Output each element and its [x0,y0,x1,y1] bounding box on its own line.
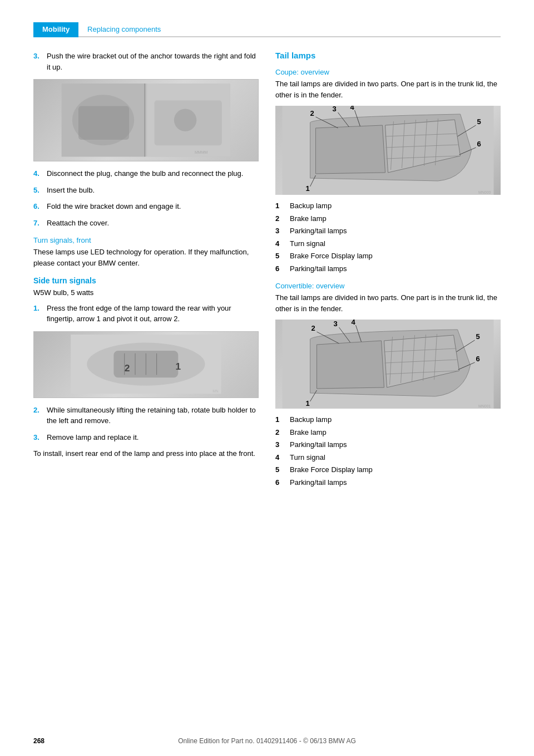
svg-text:5: 5 [476,332,480,341]
coupe-lamp-list: 1 Backup lamp 2 Brake lamp 3 Parking/tai… [275,200,501,274]
svg-text:1: 1 [176,361,181,372]
coupe-item-3: 3 Parking/tail lamps [275,225,501,237]
svg-text:5: 5 [477,117,481,126]
svg-rect-5 [78,106,129,140]
footer-copyright: Online Edition for Part no. 01402911406 … [0,737,534,745]
coupe-text: The tail lamps are divided in two parts.… [275,78,501,100]
side-step-1-num: 1. [33,303,44,325]
side-step-3-text: Remove lamp and replace it. [47,432,259,443]
svg-text:1: 1 [306,399,310,408]
step-7: 7. Reattach the cover. [33,218,259,229]
side-turn-signals-heading: Side turn signals [33,276,259,285]
turn-signals-front-text: These lamps use LED technology for opera… [33,247,259,268]
coupe-item-5: 5 Brake Force Display lamp [275,251,501,262]
step-7-num: 7. [33,218,44,229]
svg-text:MN: MN [212,390,219,394]
coupe-diagram: 1 2 3 4 5 [275,106,501,195]
svg-point-7 [174,109,196,131]
svg-text:4: 4 [352,320,356,326]
wire-bracket-image: MMMM [33,79,259,161]
left-column: 3. Push the wire bracket out of the anch… [33,51,259,492]
convertible-item-2: 2 Brake lamp [275,427,501,438]
svg-text:6: 6 [476,355,480,363]
header-mobility-label: Mobility [33,22,78,37]
coupe-item-2: 2 Brake lamp [275,213,501,224]
install-text: To install, insert rear end of the lamp … [33,448,259,459]
svg-text:2: 2 [310,109,314,117]
step-3-text: Push the wire bracket out of the anchor … [47,51,259,72]
header-bar: Mobility Replacing components [33,22,501,37]
step-5-text: Insert the bulb. [47,185,259,196]
side-step-2: 2. While simultaneously lifting the reta… [33,405,259,426]
side-step-1: 1. Press the front edge of the lamp towa… [33,303,259,325]
side-step-1-text: Press the front edge of the lamp toward … [47,303,259,325]
svg-text:1: 1 [306,184,310,193]
svg-text:3: 3 [333,106,337,113]
step-6-num: 6. [33,201,44,212]
turn-signals-front-heading: Turn signals, front [33,236,259,244]
side-step-2-text: While simultaneously lifting the retaini… [47,405,259,426]
coupe-heading: Coupe: overview [275,68,501,76]
step-5: 5. Insert the bulb. [33,185,259,196]
step-4: 4. Disconnect the plug, change the bulb … [33,168,259,179]
side-turn-signals-bulb: W5W bulb, 5 watts [33,287,259,298]
convertible-item-1: 1 Backup lamp [275,414,501,425]
coupe-item-1: 1 Backup lamp [275,200,501,212]
step-4-text: Disconnect the plug, change the bulb and… [47,168,259,179]
coupe-diagram-wrapper: 1 2 3 4 5 [275,106,501,195]
side-step-3-num: 3. [33,432,44,443]
right-column: Tail lamps Coupe: overview The tail lamp… [275,51,501,492]
step-5-num: 5. [33,185,44,196]
svg-text:MN001: MN001 [478,404,491,408]
coupe-item-6: 6 Parking/tail lamps [275,263,501,274]
convertible-item-6: 6 Parking/tail lamps [275,477,501,488]
step-7-text: Reattach the cover. [47,218,259,229]
svg-text:3: 3 [334,320,338,328]
main-content: 3. Push the wire bracket out of the anch… [33,51,501,492]
convertible-diagram-svg: 1 2 3 4 5 6 MN001 [275,320,501,409]
convertible-diagram: 1 2 3 4 5 6 MN001 [275,320,501,409]
svg-text:MMMM: MMMM [195,151,208,155]
side-step-3: 3. Remove lamp and replace it. [33,432,259,443]
convertible-item-4: 4 Turn signal [275,452,501,463]
step-3-num: 3. [33,51,44,72]
side-step-2-num: 2. [33,405,44,426]
svg-text:MN000: MN000 [478,190,491,194]
convertible-diagram-wrapper: 1 2 3 4 5 6 MN001 [275,320,501,409]
svg-text:2: 2 [125,362,130,374]
step-6-text: Fold the wire bracket down and engage it… [47,201,259,212]
step-3: 3. Push the wire bracket out of the anch… [33,51,259,72]
convertible-item-3: 3 Parking/tail lamps [275,439,501,450]
wire-bracket-svg: MMMM [45,84,247,156]
side-signal-image: 2 1 MN [33,331,259,398]
svg-text:6: 6 [477,140,481,148]
step-6: 6. Fold the wire bracket down and engage… [33,201,259,212]
side-signal-svg: 2 1 MN [45,335,247,394]
svg-text:2: 2 [312,324,315,332]
tail-lamps-heading: Tail lamps [275,51,501,60]
step-4-num: 4. [33,168,44,179]
convertible-heading: Convertible: overview [275,282,501,290]
header-section-label: Replacing components [78,22,501,37]
svg-text:4: 4 [350,106,355,111]
coupe-item-4: 4 Turn signal [275,238,501,249]
coupe-diagram-svg: 1 2 3 4 5 [275,106,501,195]
convertible-item-5: 5 Brake Force Display lamp [275,464,501,475]
convertible-text: The tail lamps are divided in two parts.… [275,292,501,314]
convertible-lamp-list: 1 Backup lamp 2 Brake lamp 3 Parking/tai… [275,414,501,488]
